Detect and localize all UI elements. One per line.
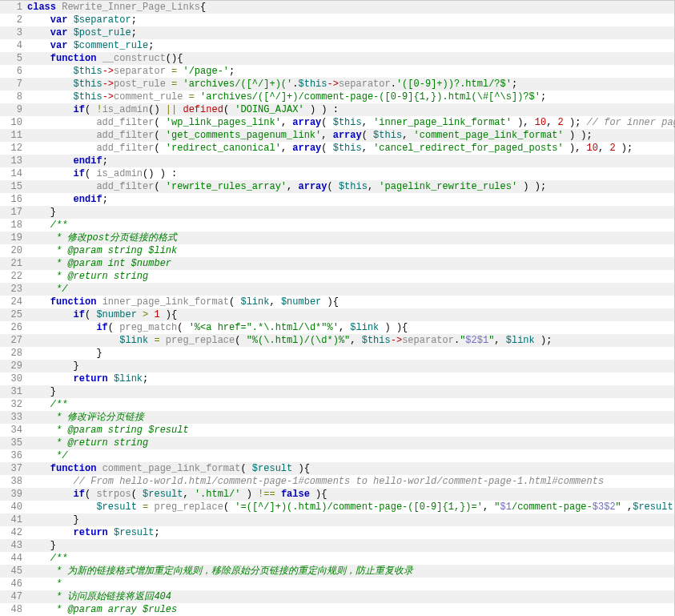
line-number: 42 (0, 526, 27, 539)
code-content: add_filter( 'get_comments_pagenum_link',… (27, 129, 674, 142)
line-number: 20 (0, 244, 27, 257)
code-content: $result = preg_replace( '=([^/]+)(.html)… (27, 501, 675, 513)
code-line: 41 } (0, 513, 674, 526)
code-content: if( is_admin() ) : (27, 167, 674, 180)
code-line: 43 } (0, 539, 674, 552)
code-content: add_filter( 'rewrite_rules_array', array… (27, 180, 674, 193)
code-content: $this->post_rule = 'archives/([^/]+)('.$… (27, 78, 674, 91)
line-number: 46 (0, 578, 27, 590)
code-line: 7 $this->post_rule = 'archives/([^/]+)('… (0, 78, 674, 91)
code-line: 17 } (0, 206, 674, 219)
code-content: * @return string (27, 270, 674, 283)
code-line: 32 /** (0, 398, 674, 411)
code-content: $this->separator = '/page-'; (27, 65, 674, 78)
code-line: 15 add_filter( 'rewrite_rules_array', ar… (0, 180, 674, 193)
code-line: 40 $result = preg_replace( '=([^/]+)(.ht… (0, 501, 674, 513)
code-content: * 修改评论分页链接 (27, 411, 674, 424)
line-number: 24 (0, 296, 27, 308)
code-content: if( strpos( $result, '.html/' ) !== fals… (27, 488, 674, 501)
code-line: 26 if( preg_match( '%<a href=".*\.html/\… (0, 321, 674, 334)
line-number: 11 (0, 129, 27, 142)
code-content: } (27, 513, 674, 526)
line-number: 23 (0, 283, 27, 296)
line-number: 47 (0, 590, 27, 603)
code-line: 46 * (0, 578, 674, 590)
code-content: endif; (27, 193, 674, 206)
code-content: } (27, 360, 674, 372)
code-content: add_filter( 'redirect_canonical', array(… (27, 142, 674, 155)
code-line: 34 * @param string $result (0, 424, 674, 437)
line-number: 34 (0, 424, 27, 437)
line-number: 12 (0, 142, 27, 155)
code-line: 30 return $link; (0, 372, 674, 385)
line-number: 8 (0, 91, 27, 103)
code-line: 31 } (0, 385, 674, 398)
line-number: 41 (0, 513, 27, 526)
line-number: 10 (0, 116, 27, 129)
line-number: 25 (0, 308, 27, 321)
code-content: function inner_page_link_format( $link, … (27, 296, 674, 308)
line-number: 7 (0, 78, 27, 91)
line-number: 27 (0, 334, 27, 347)
code-content: var $comment_rule; (27, 39, 674, 52)
code-line: 9 if( !is_admin() || defined( 'DOING_AJA… (0, 103, 674, 116)
code-line: 38 // From hello-world.html/comment-page… (0, 475, 674, 488)
code-content: * 访问原始链接将返回404 (27, 590, 674, 603)
code-line: 24 function inner_page_link_format( $lin… (0, 296, 674, 308)
code-line: 29 } (0, 360, 674, 372)
code-content: if( $number > 1 ){ (27, 308, 674, 321)
code-content: return $result; (27, 526, 674, 539)
code-content: if( !is_admin() || defined( 'DOING_AJAX'… (27, 103, 674, 116)
line-number: 28 (0, 347, 27, 360)
line-number: 22 (0, 270, 27, 283)
code-line: 14 if( is_admin() ) : (0, 167, 674, 180)
code-content: * @param array $rules (27, 603, 674, 616)
code-content: /** (27, 552, 674, 565)
code-line: 36 */ (0, 449, 674, 462)
code-line: 44 /** (0, 552, 674, 565)
code-content: // From hello-world.html/comment-page-1#… (27, 475, 674, 488)
line-number: 6 (0, 65, 27, 78)
line-number: 3 (0, 26, 27, 39)
code-content: * @param int $number (27, 257, 674, 270)
code-line: 5 function __construct(){ (0, 52, 674, 65)
code-content: * @param string $result (27, 424, 674, 437)
line-number: 38 (0, 475, 27, 488)
line-number: 45 (0, 565, 27, 578)
code-line: 42 return $result; (0, 526, 674, 539)
code-line: 6 $this->separator = '/page-'; (0, 65, 674, 78)
code-line: 20 * @param string $link (0, 244, 674, 257)
line-number: 48 (0, 603, 27, 616)
code-line: 27 $link = preg_replace( "%(\.html)/(\d*… (0, 334, 674, 347)
code-content: * (27, 578, 674, 590)
line-number: 19 (0, 232, 27, 244)
code-line: 4 var $comment_rule; (0, 39, 674, 52)
code-line: 16 endif; (0, 193, 674, 206)
code-line: 21 * @param int $number (0, 257, 674, 270)
line-number: 2 (0, 14, 27, 26)
line-number: 44 (0, 552, 27, 565)
code-content: * @return string (27, 437, 674, 449)
code-content: $this->comment_rule = 'archives/([^/]+)/… (27, 91, 674, 103)
code-content: var $post_rule; (27, 26, 674, 39)
line-number: 33 (0, 411, 27, 424)
code-content: function comment_page_link_format( $resu… (27, 462, 674, 475)
line-number: 17 (0, 206, 27, 219)
line-number: 9 (0, 103, 27, 116)
line-number: 35 (0, 437, 27, 449)
code-line: 23 */ (0, 283, 674, 296)
code-content: * 为新的链接格式增加重定向规则，移除原始分页链接的重定向规则，防止重复收录 (27, 565, 674, 578)
line-number: 14 (0, 167, 27, 180)
code-content: */ (27, 283, 674, 296)
code-content: } (27, 539, 674, 552)
code-content: function __construct(){ (27, 52, 674, 65)
code-content: add_filter( 'wp_link_pages_link', array(… (27, 116, 675, 129)
line-number: 13 (0, 155, 27, 167)
code-content: * @param string $link (27, 244, 674, 257)
code-content: } (27, 385, 674, 398)
code-line: 2 var $separator; (0, 14, 674, 26)
code-line: 33 * 修改评论分页链接 (0, 411, 674, 424)
code-line: 37 function comment_page_link_format( $r… (0, 462, 674, 475)
code-content: if( preg_match( '%<a href=".*\.html/\d*"… (27, 321, 674, 334)
code-line: 22 * @return string (0, 270, 674, 283)
